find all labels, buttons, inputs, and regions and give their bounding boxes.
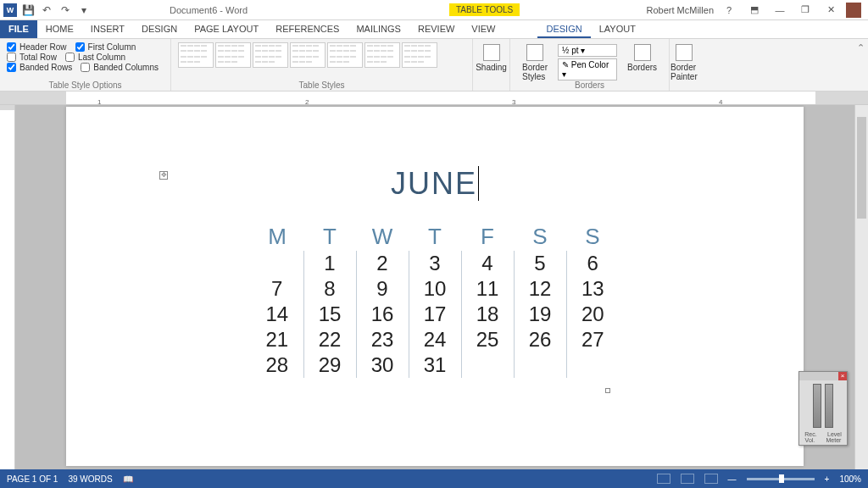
recorder-close-button[interactable]: × <box>838 372 847 380</box>
check-last-column[interactable]: Last Column <box>65 53 125 62</box>
calendar-title[interactable]: JUNE <box>151 166 719 202</box>
calendar-cell[interactable]: 5 <box>514 251 566 276</box>
calendar-cell[interactable]: 21 <box>251 327 303 352</box>
calendar-cell[interactable]: 12 <box>514 276 566 302</box>
help-icon[interactable]: ? <box>719 5 739 15</box>
check-banded-columns[interactable]: Banded Columns <box>81 63 159 72</box>
calendar-cell[interactable]: 20 <box>566 302 619 327</box>
style-thumb[interactable] <box>290 42 326 68</box>
tab-view[interactable]: VIEW <box>463 20 504 38</box>
calendar-cell[interactable]: 4 <box>461 251 514 276</box>
calendar-cell[interactable]: 10 <box>409 276 461 302</box>
user-name[interactable]: Robert McMillen <box>647 5 714 15</box>
calendar-cell[interactable]: 8 <box>303 276 356 302</box>
calendar-cell[interactable]: 15 <box>303 302 356 327</box>
save-icon[interactable]: 💾 <box>20 3 36 18</box>
calendar-cell[interactable]: 31 <box>409 352 461 378</box>
table-resize-handle[interactable] <box>605 388 610 393</box>
scroll-thumb[interactable] <box>857 117 866 219</box>
zoom-out[interactable]: — <box>728 474 737 484</box>
check-first-column[interactable]: First Column <box>75 42 136 52</box>
document-area[interactable]: ✥ JUNE MTWTFSS12345678910111213141516171… <box>15 105 854 469</box>
view-print-layout[interactable] <box>657 474 670 484</box>
style-thumb[interactable] <box>215 42 251 68</box>
calendar-cell[interactable] <box>514 352 566 378</box>
proofing-icon[interactable]: 📖 <box>123 474 133 484</box>
border-styles-button[interactable]: Border Styles <box>517 42 553 83</box>
shading-button[interactable]: Shading <box>480 42 503 74</box>
style-thumb[interactable] <box>253 42 288 68</box>
page-indicator[interactable]: PAGE 1 OF 1 <box>7 474 58 484</box>
tab-references[interactable]: REFERENCES <box>267 20 348 38</box>
calendar-table[interactable]: MTWTFSS123456789101112131415161718192021… <box>251 222 619 378</box>
tab-page-layout[interactable]: PAGE LAYOUT <box>186 20 267 38</box>
workspace: ✥ JUNE MTWTFSS12345678910111213141516171… <box>0 105 868 469</box>
tab-insert[interactable]: INSERT <box>82 20 133 38</box>
recorder-widget[interactable]: × Rec.Level Vol.Meter <box>798 371 848 446</box>
calendar-cell[interactable]: 23 <box>356 327 409 352</box>
calendar-cell[interactable]: 16 <box>356 302 409 327</box>
calendar-cell[interactable] <box>251 251 303 276</box>
tab-home[interactable]: HOME <box>37 20 82 38</box>
calendar-cell[interactable]: 30 <box>356 352 409 378</box>
calendar-cell[interactable]: 1 <box>303 251 356 276</box>
calendar-cell[interactable]: 11 <box>461 276 514 302</box>
page[interactable]: ✥ JUNE MTWTFSS12345678910111213141516171… <box>66 107 804 466</box>
calendar-cell[interactable]: 25 <box>461 327 514 352</box>
minimize-button[interactable]: — <box>770 5 790 15</box>
calendar-cell[interactable]: 28 <box>251 352 303 378</box>
border-painter-button[interactable]: Border Painter <box>665 42 703 83</box>
check-header-row[interactable]: Header Row <box>7 42 67 52</box>
borders-button[interactable]: Borders <box>622 42 662 83</box>
calendar-cell[interactable]: 6 <box>566 251 619 276</box>
qat-dropdown-icon[interactable]: ▾ <box>76 3 92 18</box>
style-thumb[interactable] <box>364 42 400 68</box>
redo-icon[interactable]: ↷ <box>58 3 73 18</box>
close-button[interactable]: ✕ <box>821 4 841 15</box>
style-thumb[interactable] <box>178 42 214 68</box>
collapse-ribbon-icon[interactable]: ⌃ <box>857 42 865 53</box>
word-count[interactable]: 39 WORDS <box>68 474 112 484</box>
scrollbar-vertical[interactable] <box>854 105 868 469</box>
calendar-cell[interactable] <box>461 352 514 378</box>
calendar-cell[interactable]: 19 <box>514 302 566 327</box>
calendar-cell[interactable]: 2 <box>356 251 409 276</box>
calendar-cell[interactable]: 13 <box>566 276 619 302</box>
tab-file[interactable]: FILE <box>0 20 37 38</box>
view-web-layout[interactable] <box>704 474 718 484</box>
pen-weight-select[interactable]: ½ pt ▾ <box>558 44 617 57</box>
calendar-cell[interactable]: 14 <box>251 302 303 327</box>
style-thumb[interactable] <box>327 42 363 68</box>
calendar-cell[interactable]: 24 <box>409 327 461 352</box>
calendar-cell[interactable]: 7 <box>251 276 303 302</box>
view-read-mode[interactable] <box>681 474 694 484</box>
calendar-cell[interactable] <box>566 352 619 378</box>
calendar-cell[interactable]: 27 <box>566 327 619 352</box>
style-thumb[interactable] <box>402 42 437 68</box>
undo-icon[interactable]: ↶ <box>39 3 54 18</box>
tab-table-design[interactable]: DESIGN <box>537 20 590 38</box>
check-total-row[interactable]: Total Row <box>7 53 57 62</box>
restore-button[interactable]: ❐ <box>795 4 815 15</box>
avatar[interactable] <box>846 3 861 18</box>
ruler-horizontal[interactable]: 1 2 3 4 <box>0 92 868 105</box>
table-styles-gallery[interactable] <box>178 42 458 68</box>
calendar-cell[interactable]: 22 <box>303 327 356 352</box>
calendar-cell[interactable]: 9 <box>356 276 409 302</box>
calendar-cell[interactable]: 18 <box>461 302 514 327</box>
check-banded-rows[interactable]: Banded Rows <box>7 63 72 72</box>
pen-color-select[interactable]: ✎ Pen Color ▾ <box>558 58 617 80</box>
calendar-cell[interactable]: 26 <box>514 327 566 352</box>
calendar-cell[interactable]: 3 <box>409 251 461 276</box>
ruler-vertical[interactable] <box>0 105 15 469</box>
zoom-in[interactable]: + <box>825 474 830 484</box>
zoom-slider[interactable] <box>747 478 815 480</box>
tab-mailings[interactable]: MAILINGS <box>348 20 409 38</box>
tab-design[interactable]: DESIGN <box>133 20 186 38</box>
tab-table-layout[interactable]: LAYOUT <box>591 20 644 38</box>
calendar-cell[interactable]: 29 <box>303 352 356 378</box>
zoom-level[interactable]: 100% <box>839 474 861 484</box>
ribbon-collapse-icon[interactable]: ⬒ <box>744 4 765 15</box>
tab-review[interactable]: REVIEW <box>409 20 463 38</box>
calendar-cell[interactable]: 17 <box>409 302 461 327</box>
